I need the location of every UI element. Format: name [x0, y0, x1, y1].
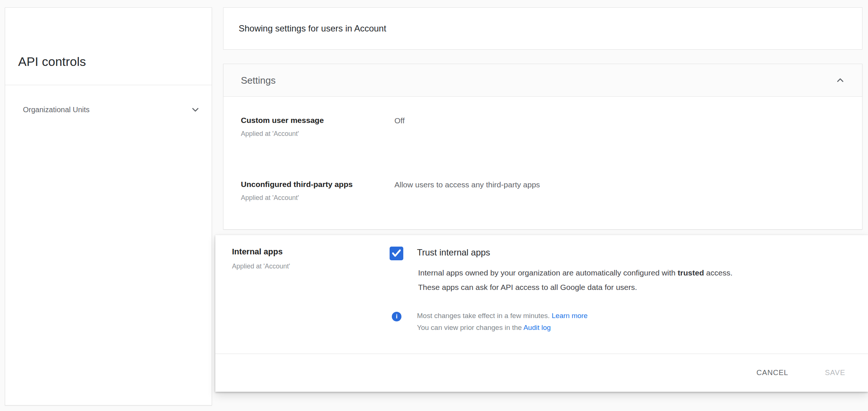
setting-value: Allow users to access any third-party ap… [394, 180, 540, 189]
info-icon: i [392, 312, 401, 321]
settings-card: Settings Custom user message Applied at … [223, 64, 862, 230]
checkbox-label[interactable]: Trust internal apps [417, 247, 490, 258]
setting-applied-at: Applied at 'Account' [241, 130, 299, 138]
setting-applied-at: Applied at 'Account' [232, 263, 290, 270]
setting-label: Custom user message [241, 116, 324, 125]
scope-text: Showing settings for users in Account [239, 8, 386, 49]
chevron-up-icon[interactable] [835, 75, 845, 86]
sidebar-divider [5, 85, 212, 85]
setting-label: Unconfigured third-party apps [241, 180, 353, 189]
setting-value: Off [394, 116, 405, 125]
settings-header: Settings [223, 64, 862, 97]
save-button[interactable]: SAVE [818, 365, 852, 380]
sidebar-item-label: Organizational Units [23, 106, 90, 114]
note-line-1: Most changes take effect in a few minute… [417, 310, 588, 322]
description-line-2: These apps can ask for API access to all… [418, 280, 733, 294]
audit-log-link[interactable]: Audit log [524, 324, 551, 331]
changes-note: Most changes take effect in a few minute… [417, 310, 588, 334]
setting-label: Internal apps [232, 247, 283, 257]
trust-internal-apps-checkbox[interactable] [390, 247, 403, 260]
sidebar-panel: API controls Organizational Units [5, 7, 212, 405]
setting-description: Internal apps owned by your organization… [418, 265, 733, 294]
settings-title: Settings [241, 64, 276, 97]
scope-bar: Showing settings for users in Account [223, 7, 862, 50]
setting-applied-at: Applied at 'Account' [241, 194, 299, 202]
api-controls-page: API controls Organizational Units Showin… [0, 0, 868, 411]
note-line-2: You can view prior changes in the Audit … [417, 322, 588, 334]
button-row-divider [215, 354, 868, 354]
chevron-down-icon [190, 104, 201, 115]
learn-more-link[interactable]: Learn more [552, 312, 588, 320]
cancel-button[interactable]: CANCEL [751, 365, 794, 380]
page-title: API controls [18, 54, 86, 69]
checkmark-icon [391, 248, 402, 259]
description-line-1: Internal apps owned by your organization… [418, 265, 733, 280]
internal-apps-editor-card: Internal apps Applied at 'Account' Trust… [215, 235, 868, 392]
sidebar-item-organizational-units[interactable]: Organizational Units [5, 94, 212, 125]
